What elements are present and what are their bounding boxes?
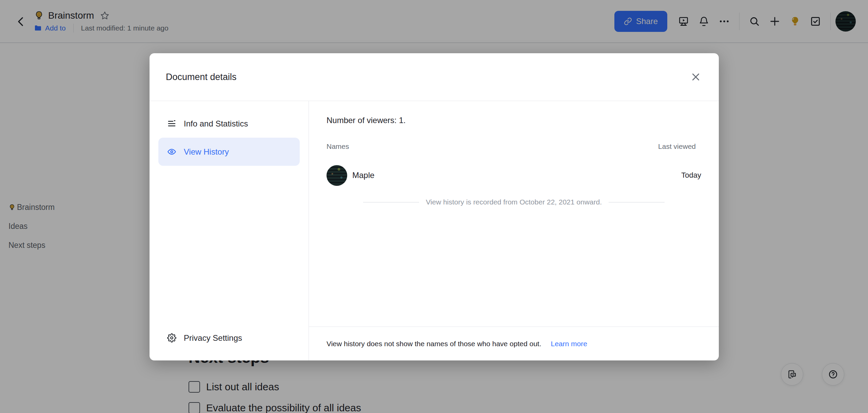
modal-main-panel: Number of viewers: 1. Names Last viewed … bbox=[309, 101, 719, 360]
nav-item-view-history[interactable]: View History bbox=[158, 138, 300, 166]
modal-close-button[interactable] bbox=[688, 69, 704, 85]
app-window: Brainstorm Add to Last modified: 1 minut… bbox=[0, 0, 868, 413]
modal-nav: Info and Statistics View History Privacy… bbox=[150, 101, 309, 360]
column-last-viewed: Last viewed bbox=[658, 142, 696, 151]
nav-item-label: Privacy Settings bbox=[184, 333, 242, 343]
viewer-name: Maple bbox=[352, 171, 374, 180]
learn-more-link[interactable]: Learn more bbox=[551, 340, 587, 348]
viewer-avatar bbox=[327, 165, 347, 186]
viewer-last-viewed: Today bbox=[681, 171, 701, 180]
viewer-table-header: Names Last viewed bbox=[327, 142, 701, 151]
nav-item-info-statistics[interactable]: Info and Statistics bbox=[158, 110, 300, 138]
eye-icon bbox=[167, 147, 176, 156]
column-names: Names bbox=[327, 142, 349, 151]
close-icon bbox=[690, 72, 701, 82]
gear-icon bbox=[167, 333, 176, 342]
nav-item-label: Info and Statistics bbox=[184, 119, 248, 129]
modal-header: Document details bbox=[150, 53, 719, 101]
recorded-note-line-right bbox=[609, 202, 665, 202]
recorded-note-text: View history is recorded from October 22… bbox=[426, 198, 602, 206]
modal-footer: View history does not show the names of … bbox=[309, 327, 719, 360]
viewer-row: Maple Today bbox=[327, 165, 701, 186]
info-statistics-icon bbox=[167, 119, 176, 128]
modal-body: Info and Statistics View History Privacy… bbox=[150, 101, 719, 360]
nav-item-privacy-settings[interactable]: Privacy Settings bbox=[158, 324, 300, 352]
opt-out-note: View history does not show the names of … bbox=[327, 340, 541, 348]
recorded-note-row: View history is recorded from October 22… bbox=[327, 198, 701, 206]
document-details-modal: Document details Info and Statistics Vie… bbox=[150, 53, 719, 360]
modal-title: Document details bbox=[166, 72, 237, 82]
view-history-content: Number of viewers: 1. Names Last viewed … bbox=[309, 101, 719, 327]
viewers-count: Number of viewers: 1. bbox=[327, 115, 701, 125]
recorded-note-line-left bbox=[363, 202, 419, 202]
nav-item-label: View History bbox=[184, 147, 229, 157]
